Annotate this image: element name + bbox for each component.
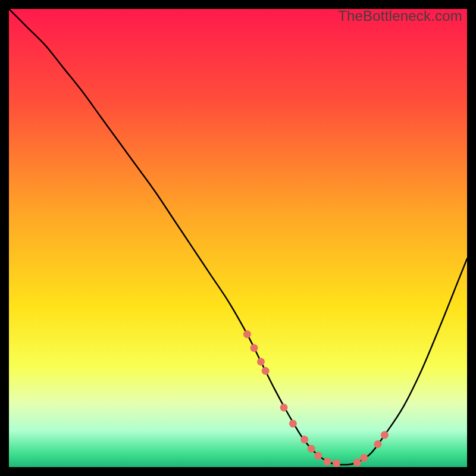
highlight-dot bbox=[250, 344, 258, 352]
highlight-dot bbox=[324, 458, 331, 465]
bottleneck-curve bbox=[9, 9, 467, 465]
highlight-dot bbox=[333, 459, 340, 467]
highlight-dot bbox=[280, 403, 288, 411]
highlight-dot bbox=[243, 330, 251, 338]
highlight-dots-group bbox=[243, 330, 389, 467]
highlight-dot bbox=[262, 367, 270, 375]
chart-plot-layer bbox=[9, 9, 467, 467]
highlight-dot bbox=[381, 431, 389, 439]
chart-frame: TheBottleneck.com bbox=[9, 9, 467, 467]
highlight-dot bbox=[257, 358, 265, 365]
highlight-dot bbox=[360, 454, 368, 462]
watermark-text: TheBottleneck.com bbox=[338, 8, 462, 24]
highlight-dot bbox=[314, 452, 322, 459]
highlight-dot bbox=[289, 419, 297, 427]
highlight-dot bbox=[353, 459, 361, 466]
highlight-dot bbox=[300, 436, 308, 443]
highlight-dot bbox=[374, 440, 381, 448]
highlight-dot bbox=[308, 445, 315, 453]
